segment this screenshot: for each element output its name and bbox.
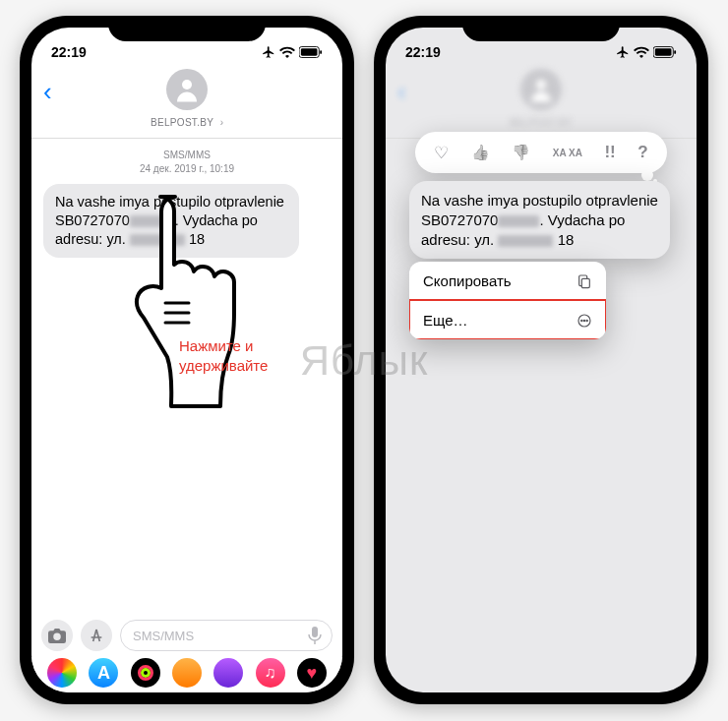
redacted-tracking: [130, 215, 175, 227]
app-photos[interactable]: [47, 658, 77, 688]
app-memoji-2[interactable]: [213, 658, 243, 688]
context-copy-label: Скопировать: [423, 272, 512, 289]
app-strip: A ♫ ♥: [31, 657, 342, 692]
svg-rect-12: [581, 278, 589, 287]
notch: [462, 16, 620, 41]
battery-icon: [653, 46, 677, 58]
screen-left: 22:19 ‹ BELPOST.BY › SMS/: [31, 28, 342, 692]
appstore-button[interactable]: [81, 620, 112, 651]
conversation-header: ‹ BELPOST.BY ›: [31, 67, 342, 139]
svg-rect-9: [655, 48, 672, 55]
reaction-heart[interactable]: ♡: [434, 143, 449, 163]
msg-line3a: adresu: ул.: [55, 231, 126, 247]
reactions-bar: ♡ 👍 👎 XA XA !! ?: [415, 132, 667, 173]
appstore-icon: [89, 628, 104, 643]
airplane-icon: [262, 45, 275, 59]
msg-tracking: SB0727070: [421, 211, 498, 228]
compose-bar: SMS/MMS: [31, 614, 342, 657]
phone-right: 22:19 ‹ BELPOST.BY ♡ 👍 👎 XA XA: [374, 16, 708, 704]
msg-line1: Na vashe imya postupilo otpravlenie: [421, 192, 658, 209]
compose-input[interactable]: SMS/MMS: [120, 620, 333, 651]
context-more[interactable]: Еще…: [409, 300, 606, 339]
app-activity[interactable]: [131, 658, 160, 688]
phone-left: 22:19 ‹ BELPOST.BY › SMS/: [20, 16, 354, 704]
wifi-icon: [279, 46, 295, 58]
hint-text: Нажмите и удерживайте: [179, 336, 268, 375]
msg-after-tracking: . Vydacha po: [175, 212, 258, 228]
svg-point-14: [581, 320, 582, 321]
reaction-question[interactable]: ?: [637, 143, 647, 162]
person-icon: [172, 75, 202, 104]
msg-line3a: adresu: ул.: [421, 231, 494, 248]
camera-icon: [48, 629, 66, 643]
more-icon: [576, 313, 592, 329]
hint-line1: Нажмите и: [179, 337, 254, 354]
message-meta: SMS/MMS 24 дек. 2019 г., 10:19: [43, 149, 331, 176]
person-icon: [526, 75, 556, 104]
status-right: [616, 45, 677, 59]
message-area: SMS/MMS 24 дек. 2019 г., 10:19 Na vashe …: [31, 139, 342, 268]
reaction-haha[interactable]: XA XA: [553, 149, 582, 157]
redacted-tracking: [498, 215, 539, 227]
app-store[interactable]: A: [89, 658, 118, 688]
chevron-right-icon: ›: [220, 117, 223, 128]
mic-icon[interactable]: [304, 625, 326, 646]
airplane-icon: [616, 45, 630, 59]
status-time: 22:19: [51, 44, 87, 60]
svg-rect-10: [674, 50, 676, 54]
app-heart[interactable]: ♥: [297, 658, 327, 688]
context-more-label: Еще…: [423, 312, 468, 329]
redacted-street: [498, 235, 553, 247]
compose-placeholder: SMS/MMS: [133, 629, 194, 643]
msg-line3b: 18: [558, 231, 575, 248]
hint-line2: удерживайте: [179, 357, 268, 374]
timestamp: 24 дек. 2019 г., 10:19: [43, 162, 331, 176]
sender-name[interactable]: BELPOST.BY: [151, 117, 213, 128]
msg-after-tracking: . Vydacha po: [539, 211, 625, 228]
svg-point-11: [536, 80, 546, 90]
svg-point-15: [583, 320, 584, 321]
screen-right: 22:19 ‹ BELPOST.BY ♡ 👍 👎 XA XA: [386, 28, 697, 692]
sender-name: BELPOST.BY: [510, 117, 573, 128]
conversation-header-blurred: ‹ BELPOST.BY: [386, 67, 697, 139]
app-memoji-1[interactable]: [172, 658, 202, 688]
camera-button[interactable]: [41, 620, 73, 651]
battery-icon: [299, 46, 323, 58]
context-copy[interactable]: Скопировать: [409, 262, 606, 300]
message-bubble[interactable]: Na vashe imya postupilo otpravlenie SB07…: [43, 184, 299, 258]
svg-point-16: [586, 320, 587, 321]
status-right: [262, 45, 323, 59]
svg-rect-1: [301, 48, 318, 55]
back-button: ‹: [397, 77, 406, 107]
msg-line3b: 18: [189, 231, 205, 247]
app-music[interactable]: ♫: [256, 658, 285, 688]
copy-icon: [576, 273, 592, 289]
reaction-thumbs-down[interactable]: 👎: [512, 144, 530, 161]
reaction-exclaim[interactable]: !!: [604, 143, 615, 162]
svg-point-3: [182, 80, 192, 90]
reaction-thumbs-up[interactable]: 👍: [471, 144, 490, 161]
back-button[interactable]: ‹: [43, 77, 52, 107]
msg-tracking: SB0727070: [55, 212, 130, 228]
redacted-street: [130, 234, 185, 246]
notch: [108, 16, 266, 41]
svg-rect-7: [312, 627, 318, 637]
channel-label: SMS/MMS: [43, 149, 331, 162]
msg-line1: Na vashe imya postupilo otpravlenie: [55, 194, 284, 210]
wifi-icon: [634, 46, 649, 58]
avatar: [520, 69, 562, 110]
message-bubble-selected[interactable]: Na vashe imya postupilo otpravlenie SB07…: [409, 181, 670, 259]
context-menu: Скопировать Еще…: [409, 262, 606, 339]
svg-rect-2: [320, 50, 322, 54]
avatar[interactable]: [166, 69, 208, 110]
status-time: 22:19: [405, 44, 441, 60]
